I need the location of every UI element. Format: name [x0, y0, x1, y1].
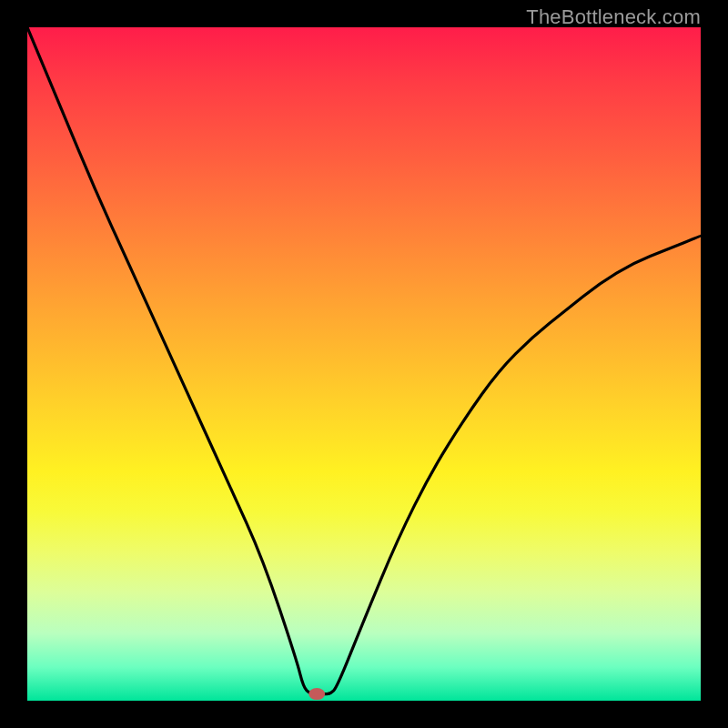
- chart-frame: TheBottleneck.com: [0, 0, 728, 728]
- optimum-marker: [308, 688, 325, 700]
- watermark-text: TheBottleneck.com: [526, 5, 701, 29]
- plot-area: [27, 27, 701, 701]
- bottleneck-curve: [27, 27, 701, 694]
- curve-svg: [27, 27, 701, 701]
